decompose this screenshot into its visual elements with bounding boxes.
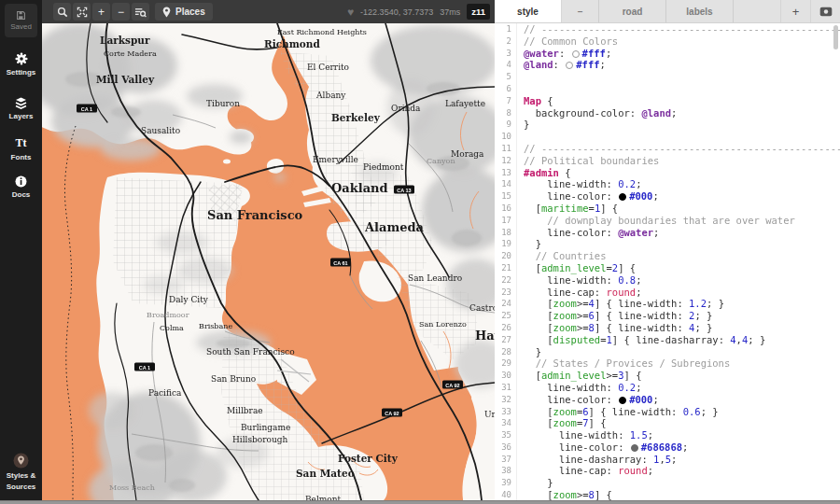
style-editor-panel: style – road labels + 1// --	[495, 0, 840, 500]
sidebar-item-docs[interactable]: Docs	[0, 175, 42, 199]
code-line: 15 line-color: #000;	[495, 190, 840, 203]
mapbox-studio-window: Saved Settings Layers	[0, 0, 840, 504]
map-canvas[interactable]: CA 1CA 13CA 61CA 1CA 92CA 92 LarkspurCor…	[42, 23, 495, 500]
color-swatch[interactable]	[619, 193, 626, 201]
code-line: 31 line-width: 0.2;	[495, 382, 840, 394]
places-button[interactable]: Places	[155, 3, 213, 21]
tab-labels-label: labels	[686, 7, 712, 17]
code-line: 30 [admin_level>=3] {	[495, 370, 840, 382]
add-tab-button[interactable]: +	[780, 0, 810, 22]
svg-text:CA 92: CA 92	[385, 411, 399, 416]
map-label: Sausalito	[141, 126, 180, 135]
map-label: East Richmond Heights	[277, 28, 367, 36]
gear-icon	[15, 52, 28, 65]
map-label: Lafayette	[445, 99, 485, 108]
tab-labels[interactable]: labels	[666, 0, 734, 22]
tab-road-label: road	[623, 7, 643, 17]
code-line: 2// Common Colors	[495, 35, 840, 48]
map-label: Moss Beach	[109, 483, 155, 492]
layers-icon	[14, 97, 28, 109]
filter-search-icon	[134, 7, 147, 18]
search-button[interactable]	[53, 3, 71, 21]
code-line: 8 background-color: @land;	[495, 107, 840, 119]
color-swatch[interactable]	[619, 397, 626, 404]
map-label: Union City	[484, 410, 495, 419]
tab-style[interactable]: style	[495, 0, 562, 22]
code-line: 10	[495, 131, 840, 143]
color-swatch[interactable]	[566, 62, 573, 69]
color-swatch[interactable]	[572, 50, 580, 58]
svg-text:CA 92: CA 92	[445, 383, 459, 388]
svg-text:CA 1: CA 1	[81, 106, 92, 112]
sidebar-item-settings[interactable]: Settings	[0, 52, 42, 77]
map-label: Orinda	[391, 104, 421, 113]
cartocss-code-editor[interactable]: 1// ------------------------------------…	[495, 23, 840, 500]
tab-road[interactable]: road	[599, 0, 666, 22]
tab-dash-label: –	[578, 7, 583, 17]
code-line: 21 [admin_level=2] {	[495, 262, 840, 274]
zoom-in-button[interactable]: +	[92, 3, 110, 21]
highway-shield: CA 1	[134, 363, 155, 371]
code-line: 3@water: #fff;	[495, 48, 840, 60]
sidebar-item-label: Settings	[7, 68, 36, 77]
render-time: 37ms	[440, 7, 460, 17]
map-panel: + − Places ♥	[42, 0, 495, 500]
screenshot-button[interactable]	[810, 0, 840, 22]
editor-scrollbar[interactable]	[833, 25, 839, 497]
map-label: Broadmoor	[147, 311, 189, 319]
code-line: 40 [zoom>=8] {	[495, 489, 840, 500]
color-swatch[interactable]	[631, 444, 638, 452]
map-label: Hayward	[475, 329, 495, 343]
map-label: Mill Valley	[96, 74, 155, 85]
code-line: 23 line-cap: round;	[495, 287, 840, 299]
sidebar-item-layers[interactable]: Layers	[0, 97, 42, 120]
code-line: 33 [zoom=6] { line-width: 0.6; }	[495, 406, 840, 418]
save-button[interactable]: Saved	[5, 4, 37, 37]
map-label: Moraga	[451, 149, 484, 159]
code-line: 16 [maritime=1] {	[495, 203, 840, 215]
map-label: Oakland	[331, 181, 388, 195]
sidebar-item-fonts[interactable]: Tt Fonts	[0, 136, 42, 161]
zoom-level-badge: z11	[467, 4, 490, 20]
fullscreen-button[interactable]	[73, 3, 91, 21]
fonts-icon: Tt	[16, 136, 27, 150]
scrollbar-thumb[interactable]	[833, 25, 838, 49]
highway-shield: CA 1	[77, 105, 97, 113]
map-label: San Mateo	[296, 468, 355, 479]
map-label: Larkspur	[100, 35, 150, 46]
styles-sources-icon	[13, 453, 29, 469]
map-label: Brisbane	[199, 322, 232, 330]
tabbar-spacer	[734, 0, 780, 22]
code-line: 37 line-dasharray: 1,5;	[495, 454, 840, 466]
favorite-heart-icon[interactable]: ♥	[347, 6, 354, 19]
highway-shield: CA 92	[442, 381, 463, 389]
highway-shield: CA 61	[330, 259, 351, 267]
sidebar-item-label: Layers	[9, 112, 34, 120]
map-label: Pacifica	[148, 388, 182, 398]
code-line: 34 [zoom=7] {	[495, 417, 840, 429]
code-line: 39 }	[495, 477, 840, 489]
plus-icon: +	[792, 5, 800, 19]
sidebar-bottom-label-1: Styles &	[7, 471, 36, 480]
zoom-out-button[interactable]: −	[112, 3, 130, 21]
map-label: San Lorenzo	[419, 320, 467, 329]
svg-text:CA 13: CA 13	[397, 188, 411, 193]
places-button-label: Places	[175, 7, 205, 17]
code-line: 7Map {	[495, 95, 840, 107]
code-line: 20 // Countries	[495, 250, 840, 262]
code-line: 24 [zoom>=4] { line-width: 1.2; }	[495, 298, 840, 310]
map-label: San Bruno	[211, 374, 256, 384]
fullscreen-icon	[77, 7, 88, 18]
map-toolbar: + − Places ♥	[42, 0, 495, 23]
code-line: 18 line-color: @water;	[495, 227, 840, 239]
cursor-coordinates: -122.3540, 37.7373	[360, 7, 433, 17]
tab-collapsed[interactable]: –	[562, 0, 599, 22]
code-line: 9}	[495, 119, 840, 131]
code-line: 1// ------------------------------------…	[495, 23, 840, 35]
sidebar-item-label: Fonts	[11, 153, 32, 161]
save-button-label: Saved	[10, 22, 32, 31]
search-layers-button[interactable]	[132, 3, 149, 21]
code-line: 27 [disputed=1] { line-dasharray: 4,4; }	[495, 334, 840, 346]
sidebar-item-styles-sources[interactable]: Styles & Sources	[0, 453, 42, 491]
info-icon	[15, 175, 27, 188]
